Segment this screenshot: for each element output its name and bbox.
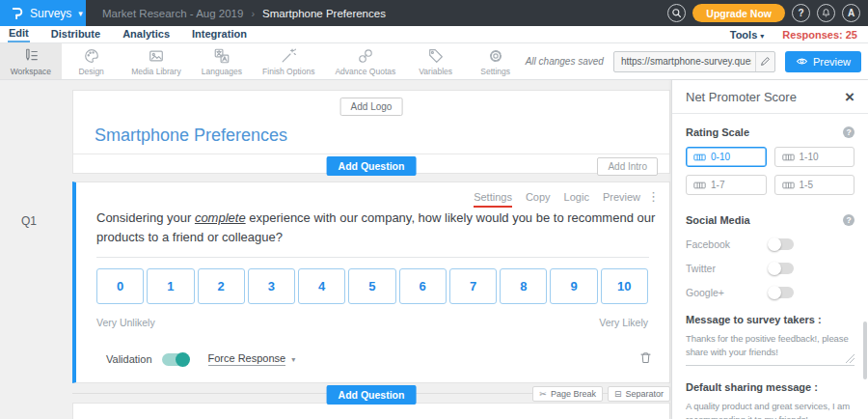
add-question-button-bottom[interactable]: Add Question bbox=[327, 385, 417, 405]
surveys-product-menu[interactable]: Surveys ▾ bbox=[0, 0, 86, 26]
twitter-toggle[interactable] bbox=[769, 263, 794, 274]
upgrade-now-button[interactable]: Upgrade Now bbox=[692, 4, 785, 22]
question-tabs: Settings Copy Logic Preview bbox=[474, 191, 640, 208]
scale-option-7[interactable]: 7 bbox=[449, 268, 497, 304]
tag-icon bbox=[427, 47, 445, 65]
add-intro-button[interactable]: Add Intro bbox=[597, 157, 658, 176]
separator-button[interactable]: ⊟ Separator bbox=[608, 386, 670, 402]
social-media-label: Social Media bbox=[686, 214, 750, 226]
toolbar-advance-quotas[interactable]: Advance Quotas bbox=[325, 43, 406, 79]
validation-type-dropdown[interactable]: Force Response ▾ bbox=[208, 352, 296, 366]
add-logo-button[interactable]: Add Logo bbox=[340, 98, 403, 116]
scale-type-1-10[interactable]: 1-10 bbox=[774, 147, 855, 167]
tab-logic[interactable]: Logic bbox=[564, 191, 589, 208]
scale-option-4[interactable]: 4 bbox=[298, 268, 345, 304]
survey-canvas: Q1 Add Logo Smartphone Preferences Add Q… bbox=[0, 80, 671, 419]
scale-option-2[interactable]: 2 bbox=[198, 268, 245, 304]
survey-url-input[interactable] bbox=[614, 56, 755, 67]
notifications-button[interactable] bbox=[817, 4, 835, 22]
default-sharing-message-input[interactable]: A quality product and great services, I … bbox=[686, 400, 854, 419]
save-status: All changes saved bbox=[526, 56, 604, 67]
panel-title: Net Promoter Score bbox=[686, 90, 797, 104]
rating-scale-header: Rating Scale ? bbox=[686, 126, 854, 138]
menu-integration[interactable]: Integration bbox=[191, 27, 248, 42]
message-to-survey-takers-input[interactable]: Thanks for the positive feedback!, pleas… bbox=[686, 332, 854, 366]
question-text-emphasis: complete bbox=[195, 210, 246, 225]
delete-question-button[interactable] bbox=[637, 350, 654, 368]
toolbar-media-library[interactable]: Media Library bbox=[122, 43, 192, 79]
toolbar-variables[interactable]: Variables bbox=[406, 43, 466, 79]
tab-copy[interactable]: Copy bbox=[526, 191, 551, 208]
close-icon: × bbox=[845, 88, 854, 106]
question-number: Q1 bbox=[21, 214, 37, 228]
googleplus-toggle[interactable] bbox=[769, 287, 794, 298]
facebook-toggle[interactable] bbox=[769, 238, 794, 250]
question-more-menu[interactable]: ⋮ bbox=[647, 190, 660, 203]
breadcrumb-folder[interactable]: Market Research - Aug 2019 bbox=[102, 8, 243, 19]
scale-option-10[interactable]: 10 bbox=[601, 268, 648, 304]
social-row-facebook: Facebook bbox=[686, 238, 854, 250]
scale-option-6[interactable]: 6 bbox=[399, 268, 447, 304]
survey-title[interactable]: Smartphone Preferences bbox=[95, 126, 287, 146]
search-button[interactable] bbox=[667, 4, 686, 22]
toolbar-workspace[interactable]: Workspace bbox=[0, 43, 62, 79]
chevron-down-icon: ▾ bbox=[760, 32, 764, 41]
scale-icon bbox=[693, 153, 706, 162]
help-icon[interactable]: ? bbox=[843, 214, 854, 226]
topbar-actions: Upgrade Now ? A bbox=[667, 0, 868, 26]
scale-option-3[interactable]: 3 bbox=[248, 268, 295, 304]
separator-icon: ⊟ bbox=[614, 389, 622, 399]
menu-edit[interactable]: Edit bbox=[8, 26, 30, 42]
topbar: Surveys ▾ Market Research - Aug 2019 › S… bbox=[0, 0, 868, 26]
chain-links-icon bbox=[357, 47, 374, 65]
panel-scrollbar[interactable] bbox=[863, 321, 867, 379]
edit-url-button[interactable] bbox=[755, 52, 774, 71]
toolbar-design[interactable]: Design bbox=[62, 43, 122, 79]
surveys-menu-label: Surveys bbox=[30, 7, 71, 20]
resize-handle[interactable] bbox=[846, 354, 854, 363]
toolbar-finish-options[interactable]: Finish Options bbox=[253, 43, 325, 79]
nps-scale: 0 1 2 3 4 5 6 7 8 9 10 bbox=[96, 268, 648, 304]
scale-option-0[interactable]: 0 bbox=[96, 268, 144, 304]
scale-option-5[interactable]: 5 bbox=[348, 268, 395, 304]
breadcrumb-survey-name: Smartphone Preferences bbox=[262, 8, 386, 19]
toolbar-settings[interactable]: Settings bbox=[466, 43, 526, 79]
preview-button[interactable]: Preview bbox=[785, 51, 861, 72]
scale-option-8[interactable]: 8 bbox=[500, 268, 547, 304]
scale-type-0-10[interactable]: 0-10 bbox=[686, 147, 767, 167]
scale-option-9[interactable]: 9 bbox=[550, 268, 597, 304]
next-page-card bbox=[72, 403, 670, 419]
tab-preview[interactable]: Preview bbox=[603, 191, 640, 208]
page-break-button[interactable]: ✂ Page Break bbox=[532, 386, 603, 402]
scale-type-1-7[interactable]: 1-7 bbox=[686, 175, 767, 195]
scale-type-1-5[interactable]: 1-5 bbox=[774, 175, 855, 195]
question-text[interactable]: Considering your complete experience wit… bbox=[96, 209, 656, 247]
scale-option-1[interactable]: 1 bbox=[147, 268, 194, 304]
menu-distribute[interactable]: Distribute bbox=[50, 27, 101, 42]
close-panel-button[interactable]: × bbox=[845, 89, 854, 105]
tools-dropdown[interactable]: Tools ▾ bbox=[730, 29, 765, 41]
scissors-icon: ✂ bbox=[539, 389, 547, 399]
scale-icon bbox=[693, 181, 706, 190]
validation-toggle[interactable] bbox=[162, 353, 189, 366]
help-button[interactable]: ? bbox=[792, 4, 810, 22]
eye-icon bbox=[796, 56, 808, 67]
responses-count[interactable]: Responses: 25 bbox=[782, 29, 857, 41]
palette-icon bbox=[83, 47, 100, 65]
rating-scale-label: Rating Scale bbox=[686, 126, 749, 138]
questionpro-survey-editor: Surveys ▾ Market Research - Aug 2019 › S… bbox=[0, 0, 868, 419]
gear-icon bbox=[487, 47, 504, 65]
toolbar-languages[interactable]: Languages bbox=[191, 43, 252, 79]
account-button[interactable]: A bbox=[842, 4, 860, 22]
social-media-header: Social Media ? bbox=[686, 214, 854, 226]
question-card: Settings Copy Logic Preview ⋮ Considerin… bbox=[72, 182, 670, 383]
toolbar-right: All changes saved Preview bbox=[526, 43, 868, 79]
scale-anchors: Very Unlikely Very Likely bbox=[96, 317, 648, 328]
menu-analytics[interactable]: Analytics bbox=[122, 27, 171, 42]
add-question-button-top[interactable]: Add Question bbox=[327, 156, 417, 176]
anchor-very-likely: Very Likely bbox=[599, 317, 648, 328]
insert-buttons: ✂ Page Break ⊟ Separator bbox=[532, 386, 670, 402]
divider bbox=[96, 257, 649, 258]
help-icon[interactable]: ? bbox=[843, 126, 854, 138]
tab-settings[interactable]: Settings bbox=[474, 191, 512, 208]
